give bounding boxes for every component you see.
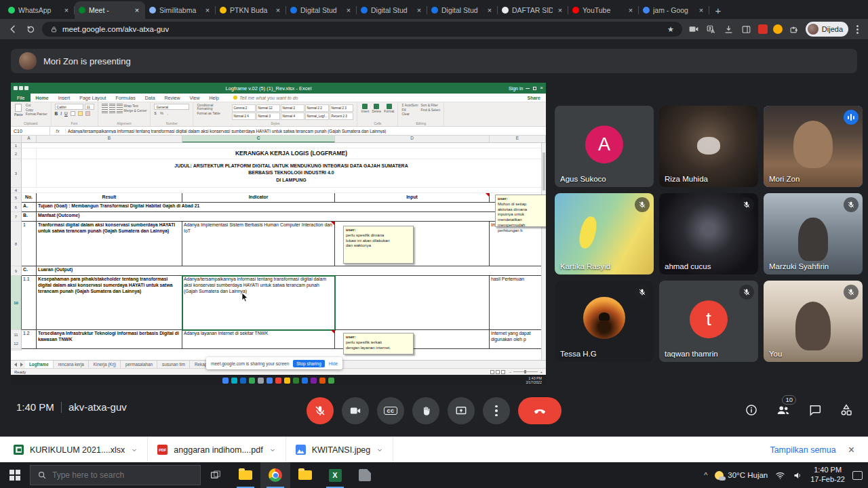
more-options-button[interactable] [483, 397, 510, 424]
show-all-downloads-link[interactable]: Tampilkan semua [770, 445, 835, 455]
new-tab-button[interactable] [709, 1, 727, 19]
tab-close-icon[interactable] [486, 6, 494, 14]
hidden-icons-chevron[interactable] [704, 471, 707, 479]
participant-tile[interactable]: Tessa H.G [555, 281, 654, 362]
chevron-down-icon[interactable] [131, 447, 138, 453]
participant-tile[interactable]: ahmad cucus [659, 193, 758, 274]
browser-tab-whatsapp[interactable]: WhatsApp [4, 1, 75, 19]
tab-close-icon[interactable] [697, 6, 705, 14]
taskbar-search[interactable] [30, 465, 201, 485]
browser-tab[interactable]: DAFTAR SID [498, 1, 568, 19]
tab-close-icon[interactable] [627, 6, 635, 14]
app-button[interactable] [350, 462, 380, 488]
tab-close-icon[interactable] [274, 6, 282, 14]
download-item[interactable]: KURIKULUM 2021....xlsx [4, 437, 148, 462]
tab-close-icon[interactable] [556, 6, 564, 14]
browser-tab-youtube[interactable]: YouTube [568, 1, 639, 19]
activities-icon[interactable] [840, 403, 853, 417]
network-icon[interactable] [775, 470, 785, 481]
weather-widget[interactable]: 30°C Hujan [715, 471, 768, 480]
tab-favicon [8, 7, 15, 14]
participant-tile-active-speaker[interactable]: Mori Zon [764, 106, 863, 187]
tab-close-icon[interactable] [133, 6, 141, 14]
mic-toggle-button[interactable] [307, 397, 334, 424]
excel-window-controls-icons [526, 85, 543, 91]
start-button[interactable] [0, 462, 30, 488]
present-button[interactable] [448, 397, 475, 424]
extension-adblock-icon[interactable] [758, 24, 768, 34]
participant-tile[interactable]: t taqwan thamrin [659, 281, 758, 362]
volume-icon[interactable] [793, 470, 803, 481]
browser-tab[interactable]: Digital Stud [357, 1, 427, 19]
profile-chip[interactable]: Dijeda [806, 22, 848, 37]
tab-close-icon[interactable] [62, 6, 71, 14]
browser-tab[interactable]: Digital Stud [427, 1, 498, 19]
participant-tile[interactable]: Riza Muhida [659, 106, 758, 187]
extensions-puzzle-icon[interactable] [788, 23, 800, 35]
bookmark-star-icon[interactable] [667, 25, 674, 34]
participant-tile[interactable]: Kartika Rasyid [555, 193, 654, 274]
install-icon[interactable] [723, 23, 735, 35]
excel-tab: Review [160, 96, 185, 100]
browser-tab[interactable]: jam - Goog [639, 1, 709, 19]
search-input[interactable] [52, 470, 181, 480]
raise-hand-button[interactable] [412, 397, 439, 424]
download-item[interactable]: anggaran indihom....pdf [148, 437, 285, 462]
participant-count-badge: 10 [782, 395, 796, 405]
chevron-down-icon[interactable] [376, 447, 383, 453]
excel-tab: Data [140, 96, 160, 100]
chat-panel-icon[interactable] [808, 403, 822, 417]
participant-tile[interactable]: Marzuki Syahfirin [764, 193, 863, 274]
close-downloads-icon[interactable] [848, 444, 854, 456]
sheet-cell: 1.2 [22, 330, 37, 349]
tab-favicon [361, 7, 368, 14]
ribbon-group-alignment: Wrap Text Merge & Center Alignment [98, 102, 151, 126]
participant-tile[interactable]: A Agus Sukoco [555, 106, 654, 187]
browser-tab-meet[interactable]: Meet - [75, 1, 145, 19]
file-explorer-button[interactable] [231, 462, 260, 488]
bold-button [55, 111, 58, 116]
task-view-button[interactable] [201, 462, 231, 488]
row-header: 6 [11, 203, 22, 212]
tab-close-icon[interactable] [203, 6, 212, 14]
participant-tile-self[interactable]: You [764, 281, 863, 362]
participants-panel-icon[interactable]: 10 [776, 403, 791, 418]
back-icon[interactable] [7, 23, 19, 35]
excel-tab-home: Home [31, 96, 53, 100]
tab-close-icon[interactable] [344, 6, 353, 14]
sheet-title: KERANGKA KERJA LOGIS (LOGFRAME) [37, 148, 546, 159]
translate-icon[interactable] [705, 23, 717, 35]
address-bar[interactable]: meet.google.com/akv-atxa-guv [42, 22, 682, 37]
weather-icon [715, 471, 724, 480]
excel-taskbar-button[interactable] [320, 462, 350, 488]
meeting-details-icon[interactable] [745, 403, 758, 417]
browser-menu-icon[interactable] [854, 25, 861, 34]
participant-avatar: t [690, 300, 728, 338]
captions-button[interactable]: cc [377, 397, 404, 424]
browser-tab[interactable]: PTKN Buda [216, 1, 286, 19]
notification-center-icon[interactable] [852, 471, 863, 480]
camera-active-icon[interactable] [688, 23, 700, 35]
copy-button: Copy [26, 108, 47, 112]
download-item[interactable]: KWITANSI.jpeg [286, 437, 394, 462]
browser-tab[interactable]: Similitabma [145, 1, 216, 19]
sort-filter-button: Sort & Filter [421, 104, 441, 107]
tab-title: PTKN Buda [230, 6, 271, 14]
camera-toggle-button[interactable] [342, 397, 369, 424]
conditional-formatting-button: Conditional Formatting [197, 104, 229, 110]
sheet-cell: A. [22, 203, 37, 212]
taskbar-clock[interactable]: 1:40 PM 17-Feb-22 [810, 466, 845, 485]
presenting-text: Mori Zon is presenting [43, 56, 131, 66]
extension-icon[interactable] [773, 24, 783, 34]
folder-shortcut-button[interactable] [290, 462, 320, 488]
reload-icon[interactable] [24, 23, 37, 35]
end-call-button[interactable] [518, 397, 561, 424]
tab-close-icon[interactable] [415, 6, 423, 14]
tab-title: DAFTAR SID [512, 6, 553, 14]
ribbon-group-editing: AutoSum Fill Clear Sort & Filter Find & … [398, 102, 444, 126]
mic-muted-icon [739, 285, 754, 300]
chrome-taskbar-button[interactable] [260, 462, 290, 488]
side-panel-icon[interactable] [741, 23, 753, 35]
browser-tab[interactable]: Digital Stud [286, 1, 357, 19]
chevron-down-icon[interactable] [269, 447, 276, 453]
